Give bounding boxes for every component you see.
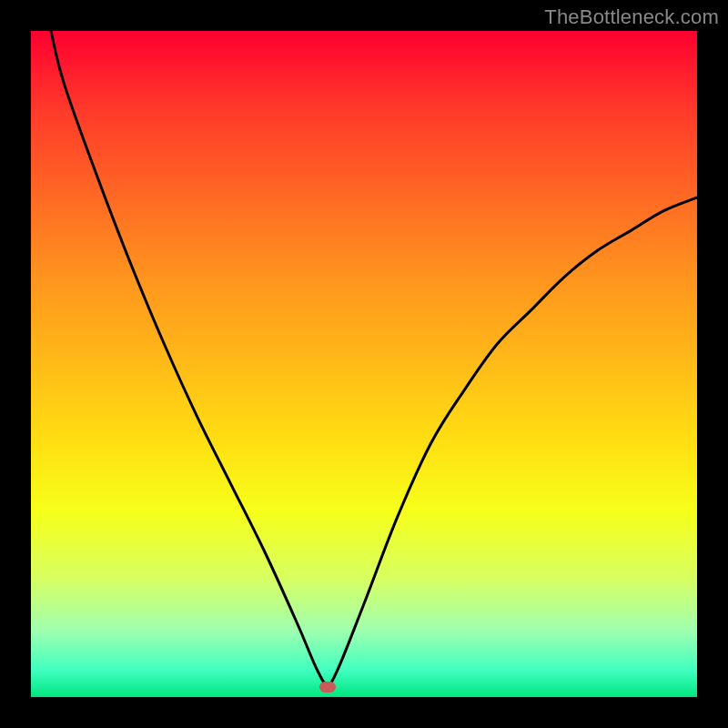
chart-frame: TheBottleneck.com [0,0,728,728]
optimal-point-marker [319,682,336,693]
bottleneck-curve [31,31,697,697]
watermark-text: TheBottleneck.com [544,5,719,29]
curve-path [51,31,697,683]
plot-area [31,31,697,697]
